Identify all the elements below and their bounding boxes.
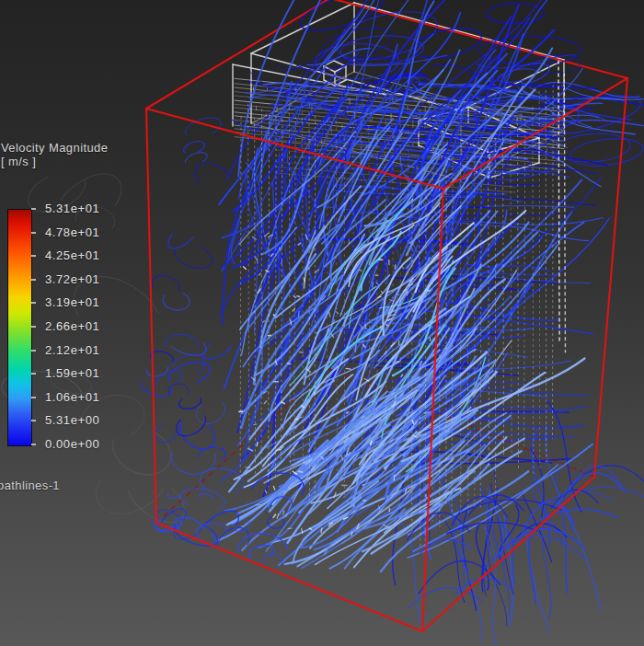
viewport-3d[interactable] <box>0 0 644 646</box>
pathlines-layer <box>2 0 644 646</box>
graphics-window[interactable]: Velocity Magnitude [ m/s ] 5.31e+014.78e… <box>0 0 644 646</box>
domain-box-back-edges <box>146 0 627 109</box>
